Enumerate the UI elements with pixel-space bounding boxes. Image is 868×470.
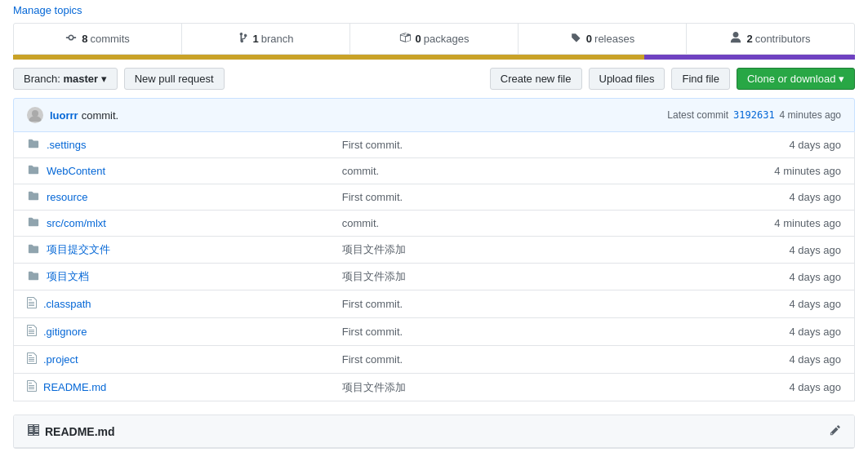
file-name-link[interactable]: resource [47, 191, 88, 203]
stats-contributors[interactable]: 2 contributors [687, 24, 854, 54]
file-name-cell: 项目文档 [14, 264, 329, 290]
releases-label: releases [594, 33, 634, 45]
readme-section: README.md [13, 415, 855, 449]
latest-commit-label: Latest commit [667, 109, 728, 121]
commit-message-cell: First commit. [329, 290, 587, 318]
commit-message-cell: First commit. [329, 132, 587, 158]
time-cell: 4 days ago [587, 318, 855, 346]
file-name-cell: 项目提交文件 [14, 237, 329, 264]
contributors-count: 2 [746, 33, 752, 45]
time-cell: 4 days ago [587, 374, 855, 401]
file-name-link[interactable]: WebContent [47, 165, 105, 177]
table-row: resource First commit. 4 days ago [14, 184, 855, 211]
readme-title: README.md [27, 423, 115, 439]
branch-selector[interactable]: Branch: master ▾ [13, 68, 118, 90]
file-name-cell: resource [14, 184, 329, 211]
stats-branches[interactable]: 1 branch [182, 24, 350, 54]
commit-message-cell: First commit. [329, 346, 587, 374]
table-row: WebContent commit. 4 minutes ago [14, 158, 855, 184]
table-row: README.md 项目文件添加 4 days ago [14, 374, 855, 401]
folder-icon [27, 216, 40, 230]
branches-count: 1 [253, 33, 259, 45]
file-icon [27, 379, 37, 395]
toolbar-left: Branch: master ▾ New pull request [13, 68, 225, 90]
create-new-file-button[interactable]: Create new file [490, 68, 582, 90]
table-row: .gitignore First commit. 4 days ago [14, 318, 855, 346]
file-icon [27, 296, 37, 312]
readme-book-icon [27, 423, 40, 439]
contributors-label: contributors [755, 33, 811, 45]
readme-header: README.md [14, 415, 854, 448]
clone-chevron-icon: ▾ [839, 73, 844, 85]
time-cell: 4 days ago [587, 184, 855, 211]
find-file-button[interactable]: Find file [671, 68, 730, 90]
file-name-link[interactable]: 项目提交文件 [47, 242, 110, 257]
packages-count: 0 [416, 33, 421, 45]
clone-or-download-button[interactable]: Clone or download ▾ [737, 68, 855, 90]
table-row: src/com/mlxt commit. 4 minutes ago [14, 211, 855, 237]
commit-message-cell: 项目文件添加 [329, 264, 587, 290]
file-name-cell: .gitignore [14, 318, 329, 346]
folder-icon [27, 243, 40, 257]
table-row: .classpath First commit. 4 days ago [14, 290, 855, 318]
stats-commits[interactable]: 8 commits [14, 24, 182, 54]
file-name-link[interactable]: README.md [43, 381, 106, 393]
time-cell: 4 days ago [587, 264, 855, 290]
upload-files-button[interactable]: Upload files [589, 68, 665, 90]
folder-icon [27, 138, 40, 152]
time-cell: 4 minutes ago [587, 211, 855, 237]
svg-point-0 [32, 110, 38, 117]
time-cell: 4 minutes ago [587, 158, 855, 184]
file-name-cell: .settings [14, 132, 329, 158]
commit-message-cell: 项目文件添加 [329, 237, 587, 264]
clone-label: Clone or download [747, 73, 835, 85]
time-cell: 4 days ago [587, 290, 855, 318]
stats-packages[interactable]: 0 packages [350, 24, 519, 54]
file-name-cell: .project [14, 346, 329, 374]
stats-releases[interactable]: 0 releases [519, 24, 687, 54]
table-row: 项目文档 项目文件添加 4 days ago [14, 264, 855, 290]
file-name-link[interactable]: 项目文档 [47, 269, 89, 284]
language-progress-bar [13, 55, 855, 60]
commit-message-cell: 项目文件添加 [329, 374, 587, 401]
folder-icon [27, 164, 40, 178]
chevron-down-icon: ▾ [101, 73, 107, 85]
commit-bar: luorrr commit. Latest commit 3192631 4 m… [13, 98, 855, 132]
folder-icon [27, 270, 40, 284]
toolbar-right: Create new file Upload files Find file C… [490, 68, 855, 90]
table-row: 项目提交文件 项目文件添加 4 days ago [14, 237, 855, 264]
manage-topics-link[interactable]: Manage topics [13, 4, 82, 16]
file-icon [27, 324, 37, 339]
commit-author[interactable]: luorrr [50, 109, 78, 122]
file-name-link[interactable]: .gitignore [43, 326, 87, 338]
commit-time: 4 minutes ago [780, 109, 841, 121]
folder-icon [27, 190, 40, 204]
commit-message-cell: commit. [329, 211, 587, 237]
file-name-link[interactable]: .settings [47, 139, 86, 151]
commits-count: 8 [82, 33, 87, 45]
time-cell: 4 days ago [587, 346, 855, 374]
file-name-link[interactable]: src/com/mlxt [47, 217, 106, 229]
avatar [27, 107, 43, 123]
toolbar: Branch: master ▾ New pull request Create… [13, 60, 855, 98]
branches-label: branch [261, 33, 294, 45]
time-cell: 4 days ago [587, 237, 855, 264]
file-name-link[interactable]: .project [43, 353, 78, 366]
readme-edit-icon[interactable] [830, 424, 841, 438]
branch-name: master [63, 73, 98, 85]
commit-message: commit. [82, 109, 119, 122]
readme-filename: README.md [45, 425, 115, 438]
file-name-cell: src/com/mlxt [14, 211, 329, 237]
file-name-link[interactable]: .classpath [43, 298, 91, 310]
commit-message-cell: First commit. [329, 318, 587, 346]
branch-label: Branch: [24, 73, 60, 85]
new-pull-request-button[interactable]: New pull request [124, 68, 225, 90]
file-table: .settings First commit. 4 days ago WebCo… [13, 132, 855, 401]
commits-icon [65, 32, 77, 46]
packages-icon [399, 32, 411, 46]
commit-meta: Latest commit 3192631 4 minutes ago [667, 109, 841, 121]
time-cell: 4 days ago [587, 132, 855, 158]
commit-sha[interactable]: 3192631 [733, 109, 775, 121]
releases-icon [570, 32, 581, 46]
contributors-icon [730, 32, 741, 46]
